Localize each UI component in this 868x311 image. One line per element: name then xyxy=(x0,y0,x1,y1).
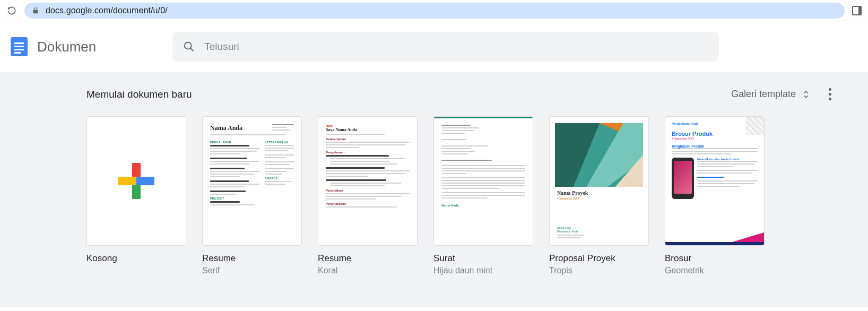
template-gallery: Memulai dokumen baru Galeri template xyxy=(0,72,868,307)
svg-rect-4 xyxy=(14,52,21,54)
reload-button[interactable] xyxy=(6,5,17,16)
template-subtitle: Koral xyxy=(318,266,418,275)
template-subtitle: Serif xyxy=(202,266,302,275)
lock-icon xyxy=(32,7,39,14)
template-title: Kosong xyxy=(86,253,186,264)
side-panel-button[interactable] xyxy=(852,6,862,15)
template-title: Resume xyxy=(202,253,302,264)
search-icon xyxy=(183,41,195,53)
template-subtitle: Geometrik xyxy=(665,266,765,275)
plus-icon xyxy=(118,163,154,199)
search-box[interactable] xyxy=(172,32,719,62)
logo-area[interactable]: Dokumen xyxy=(8,36,96,57)
svg-rect-1 xyxy=(14,42,24,44)
gallery-header: Memulai dokumen baru Galeri template xyxy=(86,85,856,103)
template-title: Proposal Proyek xyxy=(549,253,649,264)
template-card-blank[interactable]: Kosong xyxy=(86,116,186,275)
browser-toolbar: docs.google.com/document/u/0/ xyxy=(0,0,868,21)
template-gallery-link[interactable]: Galeri template xyxy=(731,89,811,100)
svg-rect-2 xyxy=(14,46,24,47)
search-input[interactable] xyxy=(204,41,708,53)
template-row: Kosong Nama Anda xyxy=(86,116,856,275)
docs-logo-icon xyxy=(8,36,30,57)
app-title: Dokumen xyxy=(37,39,96,55)
template-subtitle: Tropis xyxy=(549,266,649,275)
svg-rect-3 xyxy=(14,49,24,50)
gallery-title: Memulai dokumen baru xyxy=(86,89,192,100)
template-thumb: Nama Anda PENGALAMAN xyxy=(202,116,302,246)
gallery-link-label: Galeri template xyxy=(731,89,796,100)
template-card-brosur[interactable]: Perusahaan Anda Brosur Produk 4 Septembe… xyxy=(665,116,765,275)
template-thumb: Perusahaan Anda Brosur Produk 4 Septembe… xyxy=(665,116,765,246)
template-card-proposal[interactable]: Nama Proyek 4 September 20XX Nama Anda P… xyxy=(549,116,649,275)
template-card-surat[interactable]: Nama Anda Surat Hijau daun mint xyxy=(433,116,533,275)
address-bar[interactable]: docs.google.com/document/u/0/ xyxy=(24,3,845,19)
template-thumb: Halo Saya Nama Anda Keterampilan Pengala… xyxy=(318,116,418,246)
more-options-button[interactable] xyxy=(826,85,835,103)
app-header: Dokumen xyxy=(0,21,868,72)
unfold-icon xyxy=(801,90,811,99)
panel-icon xyxy=(852,6,862,15)
template-card-resume-koral[interactable]: Halo Saya Nama Anda Keterampilan Pengala… xyxy=(318,116,418,275)
svg-line-6 xyxy=(190,48,194,51)
template-card-resume-serif[interactable]: Nama Anda PENGALAMAN xyxy=(202,116,302,275)
url-text: docs.google.com/document/u/0/ xyxy=(46,6,168,15)
template-thumb: Nama Anda xyxy=(433,116,533,246)
template-title: Brosur xyxy=(665,253,765,264)
svg-point-5 xyxy=(185,42,192,49)
template-thumb xyxy=(86,116,186,246)
template-thumb: Nama Proyek 4 September 20XX Nama Anda P… xyxy=(549,116,649,246)
template-subtitle: Hijau daun mint xyxy=(433,266,533,275)
template-title: Surat xyxy=(433,253,533,264)
template-title: Resume xyxy=(318,253,418,264)
reload-icon xyxy=(6,5,17,16)
